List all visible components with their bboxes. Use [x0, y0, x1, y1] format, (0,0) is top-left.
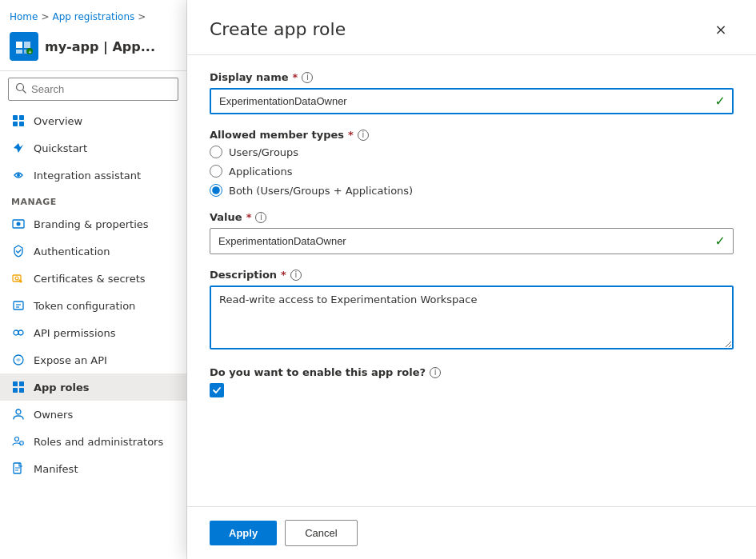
- sidebar-item-label: Token configuration: [34, 300, 135, 312]
- value-input-wrapper: ✓: [210, 228, 734, 254]
- cancel-button[interactable]: Cancel: [285, 520, 357, 546]
- sidebar-item-label: Expose an API: [34, 354, 107, 366]
- sidebar-item-integration[interactable]: Integration assistant: [0, 162, 186, 189]
- allowed-member-types-label: Allowed member types * i: [210, 129, 734, 141]
- apply-button[interactable]: Apply: [210, 521, 277, 545]
- svg-point-29: [16, 409, 21, 414]
- search-input[interactable]: [31, 83, 171, 95]
- sidebar-item-label: Certificates & secrets: [34, 273, 146, 285]
- sidebar-item-label: Quickstart: [34, 142, 87, 154]
- sidebar-item-owners[interactable]: Owners: [0, 401, 186, 428]
- panel-body: Display name * i ✓ Allowed member types …: [187, 55, 756, 506]
- sidebar-item-roles-admin[interactable]: Roles and administrators: [0, 428, 186, 455]
- display-name-input-wrapper: ✓: [210, 88, 734, 114]
- value-input[interactable]: [210, 228, 734, 254]
- sidebar-item-api-permissions[interactable]: API permissions: [0, 319, 186, 346]
- app-name: my-app | App...: [45, 39, 155, 54]
- svg-rect-17: [14, 301, 23, 309]
- sidebar-item-label: App roles: [34, 381, 90, 393]
- radio-users-groups[interactable]: Users/Groups: [210, 146, 734, 158]
- svg-point-30: [15, 437, 19, 441]
- description-textarea[interactable]: Read-write access to Experimentation Wor…: [210, 285, 734, 349]
- sidebar-item-label: Overview: [34, 115, 82, 127]
- description-label: Description * i: [210, 269, 734, 281]
- search-box[interactable]: [8, 78, 178, 101]
- authentication-icon: [11, 244, 26, 258]
- manifest-icon: [11, 461, 26, 476]
- breadcrumb-home[interactable]: Home: [10, 11, 38, 22]
- certificates-icon: [11, 271, 26, 285]
- create-app-role-panel: Create app role × Display name * i ✓ All…: [187, 0, 756, 559]
- svg-rect-2: [16, 50, 22, 54]
- svg-rect-27: [13, 388, 18, 393]
- expose-api-icon: [11, 353, 26, 367]
- radio-both[interactable]: Both (Users/Groups + Applications): [210, 184, 734, 197]
- panel-header: Create app role ×: [187, 0, 756, 55]
- enable-info-icon[interactable]: i: [430, 367, 441, 378]
- svg-rect-1: [24, 42, 30, 48]
- manage-section-header: Manage: [0, 189, 186, 210]
- api-permissions-icon: [11, 325, 26, 340]
- radio-users-groups-label: Users/Groups: [229, 146, 298, 158]
- sidebar-item-label: Integration assistant: [34, 170, 141, 182]
- display-name-input[interactable]: [210, 88, 734, 114]
- radio-users-groups-input[interactable]: [210, 146, 222, 158]
- display-name-info-icon[interactable]: i: [302, 72, 313, 83]
- description-info-icon[interactable]: i: [290, 270, 302, 281]
- radio-group-member-types: Users/Groups Applications Both (Users/Gr…: [210, 146, 734, 197]
- token-icon: [11, 298, 26, 313]
- allowed-member-types-field: Allowed member types * i Users/Groups Ap…: [210, 129, 734, 197]
- enable-checkbox-row: [210, 383, 734, 397]
- radio-both-input[interactable]: [210, 184, 222, 197]
- enable-checkbox[interactable]: [210, 383, 224, 397]
- sidebar-header: Home > App registrations > + my-app | Ap…: [0, 0, 186, 71]
- svg-point-12: [17, 174, 20, 177]
- close-button[interactable]: ×: [708, 16, 734, 42]
- sidebar-item-expose-api[interactable]: Expose an API: [0, 346, 186, 373]
- sidebar-item-app-roles[interactable]: App roles: [0, 373, 186, 401]
- radio-applications-label: Applications: [229, 166, 292, 178]
- breadcrumb-app-registrations[interactable]: App registrations: [53, 11, 135, 22]
- svg-rect-0: [16, 42, 22, 48]
- allowed-member-types-info-icon[interactable]: i: [358, 130, 369, 141]
- value-label: Value * i: [210, 211, 734, 223]
- sidebar-item-label: API permissions: [34, 327, 115, 339]
- svg-rect-26: [19, 381, 24, 386]
- sidebar-item-label: Authentication: [34, 246, 110, 258]
- avatar: +: [10, 32, 38, 61]
- roles-admin-icon: [11, 434, 26, 449]
- radio-applications[interactable]: Applications: [210, 165, 734, 178]
- svg-rect-8: [13, 115, 18, 120]
- svg-point-16: [15, 277, 18, 280]
- app-identity: + my-app | App...: [10, 26, 177, 64]
- sidebar-item-manifest[interactable]: Manifest: [0, 455, 186, 482]
- sidebar-item-overview[interactable]: Overview: [0, 107, 186, 134]
- sidebar-item-token[interactable]: Token configuration: [0, 292, 186, 319]
- svg-rect-11: [19, 122, 24, 126]
- sidebar-item-quickstart[interactable]: Quickstart: [0, 134, 186, 162]
- app-roles-icon: [11, 380, 26, 394]
- sidebar-item-certificates[interactable]: Certificates & secrets: [0, 265, 186, 292]
- enable-field: Do you want to enable this app role? i: [210, 366, 734, 397]
- required-indicator: *: [348, 129, 354, 141]
- search-icon: [15, 82, 26, 96]
- description-field: Description * i Read-write access to Exp…: [210, 269, 734, 352]
- branding-icon: [11, 217, 26, 231]
- sidebar-item-label: Manifest: [34, 463, 78, 475]
- breadcrumb: Home > App registrations >: [10, 6, 177, 26]
- description-textarea-wrapper: Read-write access to Experimentation Wor…: [210, 285, 734, 352]
- display-name-label: Display name * i: [210, 71, 734, 83]
- owners-icon: [11, 407, 26, 421]
- display-name-check-icon: ✓: [715, 94, 726, 109]
- value-info-icon[interactable]: i: [255, 212, 266, 223]
- radio-applications-input[interactable]: [210, 165, 222, 178]
- sidebar-item-authentication[interactable]: Authentication: [0, 238, 186, 265]
- main-content: Create app role × Display name * i ✓ All…: [187, 0, 756, 559]
- sidebar-item-label: Branding & properties: [34, 218, 149, 230]
- svg-rect-28: [19, 388, 24, 393]
- sidebar-item-label: Owners: [34, 409, 73, 421]
- sidebar-item-branding[interactable]: Branding & properties: [0, 210, 186, 238]
- required-indicator: *: [246, 211, 252, 223]
- display-name-field: Display name * i ✓: [210, 71, 734, 114]
- value-field: Value * i ✓: [210, 211, 734, 254]
